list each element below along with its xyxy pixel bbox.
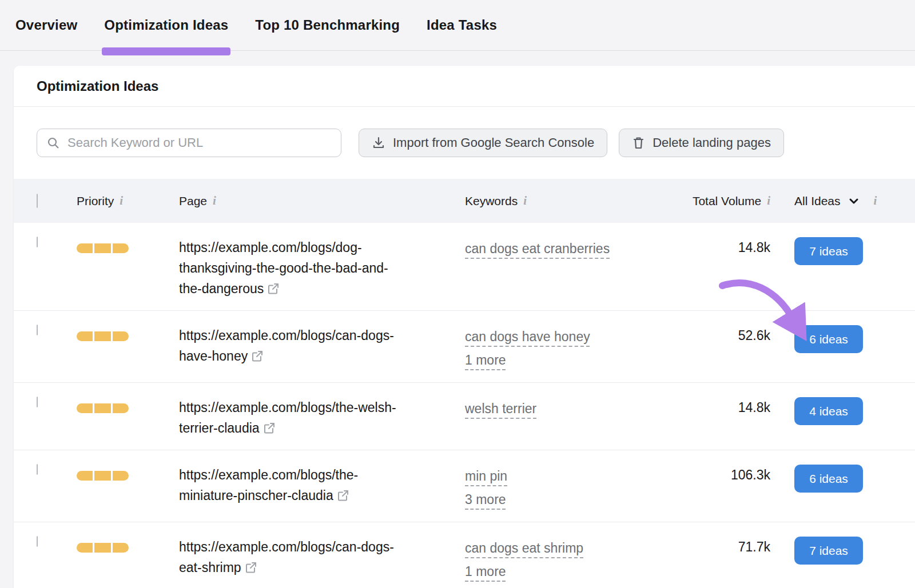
search-box[interactable] <box>37 129 341 157</box>
tab-optimization-ideas-label: Optimization Ideas <box>104 17 228 33</box>
page-url-link[interactable]: https://example.com/blogs/dog-thanksgivi… <box>179 237 397 299</box>
tab-optimization-ideas[interactable]: Optimization Ideas <box>104 17 228 33</box>
row-checkbox[interactable] <box>37 536 38 547</box>
toolbar: Import from Google Search Console Delete… <box>14 107 915 179</box>
chevron-down-icon <box>848 195 860 207</box>
page-url-link[interactable]: https://example.com/blogs/the-miniature-… <box>179 465 397 506</box>
priority-segment <box>77 243 93 253</box>
priority-segment <box>94 471 110 481</box>
search-icon <box>46 136 60 150</box>
info-icon[interactable]: i <box>213 195 216 207</box>
external-link-icon <box>267 282 280 295</box>
priority-indicator <box>77 543 129 553</box>
more-keywords-link[interactable]: 1 more <box>465 350 506 371</box>
row-checkbox[interactable] <box>37 237 38 247</box>
row-checkbox[interactable] <box>37 325 38 335</box>
page-url-link[interactable]: https://example.com/blogs/the-welsh-terr… <box>179 397 397 438</box>
priority-segment <box>94 543 110 553</box>
more-keywords-link[interactable]: 3 more <box>465 489 506 510</box>
page-url-link[interactable]: https://example.com/blogs/can-dogs-eat-s… <box>179 537 397 578</box>
priority-segment <box>113 403 129 413</box>
total-volume-value: 14.8k <box>738 400 770 415</box>
ideas-button[interactable]: 6 ideas <box>794 325 863 353</box>
optimization-ideas-panel: Optimization Ideas Import from Google Se… <box>14 66 915 588</box>
info-icon[interactable]: i <box>874 195 877 207</box>
info-icon[interactable]: i <box>120 195 123 207</box>
row-checkbox[interactable] <box>37 464 38 475</box>
total-volume-value: 52.6k <box>738 328 770 343</box>
priority-indicator <box>77 471 129 481</box>
trash-icon <box>632 136 645 150</box>
keyword-link[interactable]: min pin <box>465 469 507 483</box>
priority-segment <box>113 331 129 341</box>
tab-idea-tasks-label: Idea Tasks <box>427 17 497 33</box>
external-link-icon <box>337 489 349 502</box>
priority-segment <box>113 471 129 481</box>
external-link-icon <box>245 561 257 574</box>
page-url: https://example.com/blogs/can-dogs-eat-s… <box>179 539 394 575</box>
priority-indicator <box>77 403 129 413</box>
table-row: https://example.com/blogs/the-welsh-terr… <box>14 383 915 450</box>
tab-top10-benchmarking[interactable]: Top 10 Benchmarking <box>255 17 400 33</box>
keyword-link[interactable]: welsh terrier <box>465 401 536 416</box>
priority-segment <box>77 331 93 341</box>
import-gsc-label: Import from Google Search Console <box>393 135 594 150</box>
page-title: Optimization Ideas <box>37 78 158 94</box>
priority-segment <box>77 543 93 553</box>
delete-landing-pages-label: Delete landing pages <box>653 135 771 150</box>
table-row: https://example.com/blogs/the-miniature-… <box>14 450 915 522</box>
priority-segment <box>113 543 129 553</box>
column-header-keywords: Keywords <box>465 194 518 208</box>
priority-segment <box>77 471 93 481</box>
ideas-filter-dropdown[interactable]: All Ideas <box>794 194 860 208</box>
tab-overview[interactable]: Overview <box>15 17 77 33</box>
table-row: https://example.com/blogs/can-dogs-eat-s… <box>14 522 915 588</box>
keyword-link[interactable]: can dogs eat cranberries <box>465 241 610 256</box>
column-header-page: Page <box>179 194 207 208</box>
ideas-button[interactable]: 7 ideas <box>794 237 863 265</box>
page-url-link[interactable]: https://example.com/blogs/can-dogs-have-… <box>179 325 397 366</box>
ideas-button[interactable]: 7 ideas <box>794 537 863 565</box>
info-icon[interactable]: i <box>523 195 527 207</box>
keyword-link[interactable]: can dogs have honey <box>465 329 590 344</box>
priority-segment <box>94 243 110 253</box>
delete-landing-pages-button[interactable]: Delete landing pages <box>619 129 784 157</box>
priority-segment <box>94 403 110 413</box>
priority-indicator <box>77 331 129 341</box>
panel-header: Optimization Ideas <box>14 66 915 107</box>
import-gsc-button[interactable]: Import from Google Search Console <box>359 129 607 157</box>
download-icon <box>372 136 385 150</box>
ideas-filter-label: All Ideas <box>794 194 841 208</box>
page-url: https://example.com/blogs/the-miniature-… <box>179 467 358 503</box>
external-link-icon <box>263 422 276 434</box>
ideas-button[interactable]: 6 ideas <box>794 465 863 493</box>
keyword-link[interactable]: can dogs eat shrimp <box>465 541 583 555</box>
active-tab-indicator <box>102 47 230 55</box>
tab-overview-label: Overview <box>15 17 77 33</box>
top-tab-bar: Overview Optimization Ideas Top 10 Bench… <box>0 0 915 51</box>
total-volume-value: 71.7k <box>738 539 770 554</box>
tab-idea-tasks[interactable]: Idea Tasks <box>427 17 497 33</box>
search-input[interactable] <box>67 135 332 150</box>
external-link-icon <box>251 350 264 362</box>
priority-indicator <box>77 243 129 253</box>
tab-top10-benchmarking-label: Top 10 Benchmarking <box>255 17 400 33</box>
page-url: https://example.com/blogs/the-welsh-terr… <box>179 400 396 435</box>
select-all-checkbox[interactable] <box>37 194 38 208</box>
column-header-total-volume: Total Volume <box>693 194 761 208</box>
priority-segment <box>77 403 93 413</box>
row-checkbox[interactable] <box>37 397 38 407</box>
table-row: https://example.com/blogs/can-dogs-have-… <box>14 311 915 383</box>
total-volume-value: 14.8k <box>738 240 770 255</box>
priority-segment <box>94 331 110 341</box>
ideas-button[interactable]: 4 ideas <box>794 397 863 425</box>
more-keywords-link[interactable]: 1 more <box>465 561 506 582</box>
total-volume-value: 106.3k <box>731 467 770 482</box>
table-row: https://example.com/blogs/dog-thanksgivi… <box>14 223 915 311</box>
column-header-priority: Priority <box>77 194 114 208</box>
page-url: https://example.com/blogs/dog-thanksgivi… <box>179 240 388 296</box>
page-url: https://example.com/blogs/can-dogs-have-… <box>179 328 394 363</box>
table-header: Priority i Page i Keywords i Total Volum… <box>14 179 915 223</box>
priority-segment <box>113 243 129 253</box>
